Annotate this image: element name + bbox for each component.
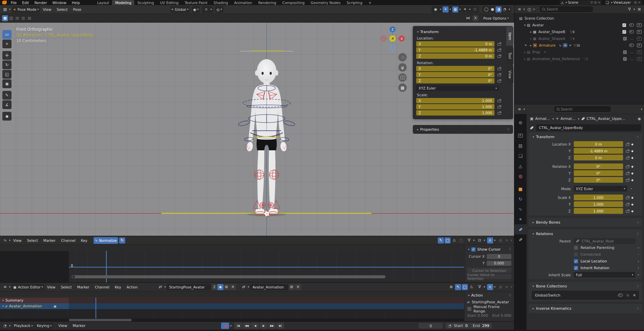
- workspace-tab-layout[interactable]: Layout: [94, 0, 112, 5]
- editor-type-icon[interactable]: ▧: [2, 6, 8, 12]
- tab-view-layer[interactable]: ❏: [514, 151, 527, 161]
- object-visibility-icon[interactable]: ◉: [433, 6, 439, 12]
- rotation-z-field[interactable]: Z0°: [416, 78, 494, 83]
- relative-parenting-checkbox[interactable]: [574, 246, 578, 250]
- new-action-icon[interactable]: ⊞: [289, 284, 295, 290]
- bone-name-field[interactable]: CTRL_Avatar_UpperBody: [536, 124, 641, 131]
- start-value[interactable]: 0.000: [478, 313, 488, 318]
- breadcrumb-object[interactable]: Armat...: [535, 117, 550, 121]
- keyframe-diamond-icon[interactable]: ◆: [631, 178, 634, 182]
- shading-material-icon[interactable]: ◑: [495, 6, 502, 12]
- animate-dot-icon[interactable]: •: [638, 266, 639, 270]
- character-model[interactable]: [233, 52, 300, 217]
- menu-file[interactable]: File: [8, 1, 20, 5]
- pin-icon[interactable]: ◉: [638, 117, 641, 121]
- outliner-row-avatar-shapeb[interactable]: ▸ ▦ Avatar_ShapeB ▽8 ✓: [514, 28, 644, 35]
- channel-avatar-animation[interactable]: ▾ ⇄ Avatar_Animation ▣: [0, 303, 464, 309]
- inherit-rotation-checkbox[interactable]: ✓: [574, 266, 578, 270]
- rotation-y-field[interactable]: 0°: [574, 170, 623, 176]
- npanel-tab-view[interactable]: View: [506, 66, 513, 83]
- scene-filter-icon[interactable]: ∇: [591, 1, 593, 4]
- navigation-gizmo[interactable]: Z X -Y: [380, 26, 405, 51]
- jump-to-end-button[interactable]: ▶|: [276, 323, 284, 329]
- lock-icon[interactable]: [498, 111, 501, 114]
- workspace-tab-sculpting[interactable]: Sculpting: [134, 0, 157, 5]
- dopesheet-mode-dropdown[interactable]: ▣ Action Editor ▾: [12, 284, 44, 290]
- filter-icon[interactable]: ∇: [626, 6, 633, 12]
- scale-x-field[interactable]: 1.000: [574, 195, 623, 200]
- editor-type-icon[interactable]: ≡: [516, 6, 522, 12]
- location-y-field[interactable]: -1.4889 m: [574, 148, 623, 154]
- lock-icon[interactable]: [498, 42, 501, 46]
- workspace-tab-shading[interactable]: Shading: [211, 0, 231, 5]
- zoom-button[interactable]: [398, 53, 407, 61]
- unlink-action-icon[interactable]: ✕: [295, 284, 301, 290]
- tool-move[interactable]: ✢: [2, 51, 11, 60]
- action-name-field[interactable]: StartingPose_Avatar: [167, 284, 211, 290]
- panel-grip-icon[interactable]: ⠿: [637, 285, 639, 288]
- view-layer-selector[interactable]: ❏ ▾ ViewLayer ⊞ ✕: [605, 0, 642, 5]
- scene-selector[interactable]: ◬ ▾ Scene ∇ ⊞ ✕: [560, 0, 602, 5]
- chevron-down-icon[interactable]: ▾: [469, 8, 471, 11]
- menu-view[interactable]: View: [10, 238, 24, 243]
- n-panel-properties[interactable]: ▸ Properties ⠿: [413, 125, 513, 134]
- menu-channel[interactable]: Channel: [92, 285, 112, 289]
- pivot-point[interactable]: ◉ ▾: [192, 6, 200, 13]
- location-x-field[interactable]: X0 m: [416, 41, 494, 47]
- search-input[interactable]: [555, 106, 611, 112]
- animate-dot-icon[interactable]: •: [630, 187, 632, 190]
- exclude-checkbox[interactable]: ✓: [622, 23, 626, 27]
- lock-icon[interactable]: [498, 73, 501, 76]
- end-value[interactable]: 299: [482, 324, 489, 328]
- disable-render-icon[interactable]: [637, 44, 642, 47]
- chevron-down-icon[interactable]: ▾: [248, 285, 249, 288]
- graph-channel-list[interactable]: [0, 251, 69, 283]
- disclosure-open-icon[interactable]: ▾: [524, 24, 526, 27]
- lock-icon[interactable]: [626, 209, 629, 213]
- blender-logo-icon[interactable]: [2, 1, 7, 4]
- playback-menu[interactable]: Playback ▾: [12, 323, 34, 329]
- fake-user-shield-icon[interactable]: ◈: [217, 284, 223, 290]
- chevron-down-icon[interactable]: ▾: [440, 8, 441, 11]
- menu-channel[interactable]: Channel: [58, 238, 78, 243]
- hide-eye-icon[interactable]: [629, 23, 634, 27]
- workspace-tab-rendering[interactable]: Rendering: [255, 0, 279, 5]
- chevron-down-icon[interactable]: ▾: [230, 324, 232, 327]
- stash-icon[interactable]: ⇄: [241, 284, 247, 290]
- outliner-row-avatar-shapea[interactable]: ▸ ▦ Avatar_ShapeA ▽8 ✓: [514, 35, 644, 42]
- hidden-eye-icon[interactable]: [630, 51, 634, 53]
- menu-select[interactable]: Select: [58, 285, 74, 289]
- tool-cursor[interactable]: +: [2, 40, 11, 48]
- layered-anim-icon[interactable]: ⊞: [448, 284, 454, 290]
- chevron-down-icon[interactable]: ▾: [494, 239, 495, 242]
- action-users-count[interactable]: 2: [211, 284, 217, 290]
- editor-type-icon[interactable]: ◔: [2, 323, 8, 329]
- lock-icon[interactable]: [626, 178, 629, 182]
- menu-render[interactable]: Render: [32, 1, 50, 5]
- channel-summary[interactable]: ▾ Summary: [0, 298, 464, 303]
- editor-type-icon[interactable]: ≡: [516, 106, 522, 112]
- tool-rotate[interactable]: ↻: [2, 60, 11, 69]
- menu-select[interactable]: Select: [54, 7, 70, 11]
- lock-icon[interactable]: [626, 156, 629, 159]
- workspace-tab-uv-editing[interactable]: UV Editing: [157, 0, 182, 5]
- breadcrumb-bone[interactable]: CTRL_Avatar_Uppe...: [587, 117, 625, 121]
- view-layer-remove-icon[interactable]: ✕: [638, 1, 641, 4]
- menu-view[interactable]: View: [56, 324, 70, 328]
- rotation-x-field[interactable]: X0°: [416, 66, 494, 71]
- keyframe-diamond-icon[interactable]: ◆: [631, 172, 634, 175]
- keying-menu[interactable]: Keying ▾: [35, 323, 53, 329]
- workspace-tab-compositing[interactable]: Compositing: [279, 0, 308, 5]
- exclude-checkbox[interactable]: ✓: [623, 50, 627, 54]
- bendy-bones-panel[interactable]: ▸ Bendy Bones ⠿: [529, 218, 642, 227]
- tool-preset-4-icon[interactable]: ▥: [20, 15, 26, 21]
- proportional-editing[interactable]: ◎ ▾: [215, 6, 223, 13]
- disclosure-closed-icon[interactable]: ▸: [530, 37, 532, 40]
- chevron-down-icon[interactable]: ▾: [494, 285, 495, 288]
- menu-select[interactable]: Select: [24, 238, 41, 243]
- snap-icon[interactable]: ∩: [487, 237, 493, 244]
- lock-icon[interactable]: [498, 54, 501, 58]
- transform-orientation[interactable]: ⌖ Global ▾: [170, 6, 190, 13]
- tool-breakdowner[interactable]: ◆: [2, 112, 11, 121]
- keying-options-icon[interactable]: ⊡: [477, 237, 483, 244]
